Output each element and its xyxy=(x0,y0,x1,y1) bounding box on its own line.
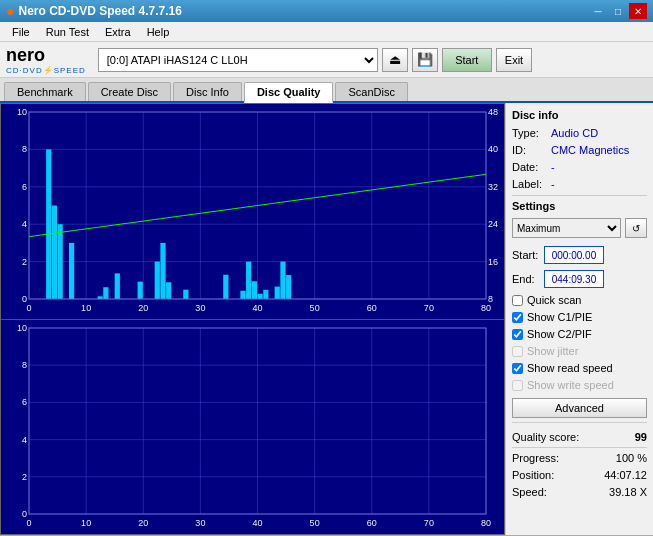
settings-title: Settings xyxy=(512,200,647,212)
end-time-input[interactable] xyxy=(544,270,604,288)
end-time-label: End: xyxy=(512,273,540,285)
show-read-speed-checkbox[interactable] xyxy=(512,363,523,374)
menu-bar: File Run Test Extra Help xyxy=(0,22,653,42)
quick-scan-label: Quick scan xyxy=(527,294,581,306)
logo: nero CD·DVD⚡SPEED xyxy=(6,45,86,75)
position-row: Position: 44:07.12 xyxy=(512,469,647,481)
advanced-button[interactable]: Advanced xyxy=(512,398,647,418)
show-jitter-row: Show jitter xyxy=(512,345,647,357)
close-button[interactable]: ✕ xyxy=(629,3,647,19)
show-c2-pif-label: Show C2/PIF xyxy=(527,328,592,340)
position-label: Position: xyxy=(512,469,554,481)
divider-1 xyxy=(512,195,647,196)
tab-disc-info[interactable]: Disc Info xyxy=(173,82,242,101)
disc-label-row: Label: - xyxy=(512,178,647,190)
eject-button[interactable]: ⏏ xyxy=(382,48,408,72)
exit-button[interactable]: Exit xyxy=(496,48,532,72)
quality-score-row: Quality score: 99 xyxy=(512,431,647,443)
progress-value: 100 % xyxy=(616,452,647,464)
title-bar: ● Nero CD-DVD Speed 4.7.7.16 ─ □ ✕ xyxy=(0,0,653,22)
tab-bar: Benchmark Create Disc Disc Info Disc Qua… xyxy=(0,78,653,103)
tab-benchmark[interactable]: Benchmark xyxy=(4,82,86,101)
start-time-row: Start: xyxy=(512,246,647,264)
menu-extra[interactable]: Extra xyxy=(97,24,139,40)
disc-date-label: Date: xyxy=(512,161,547,173)
disc-type-row: Type: Audio CD xyxy=(512,127,647,139)
show-jitter-checkbox[interactable] xyxy=(512,346,523,357)
disc-id-label: ID: xyxy=(512,144,547,156)
quick-scan-checkbox[interactable] xyxy=(512,295,523,306)
show-read-speed-label: Show read speed xyxy=(527,362,613,374)
show-c1-pie-row: Show C1/PIE xyxy=(512,311,647,323)
quality-score-label: Quality score: xyxy=(512,431,579,443)
main-content: Disc info Type: Audio CD ID: CMC Magneti… xyxy=(0,103,653,535)
quick-scan-row: Quick scan xyxy=(512,294,647,306)
start-button[interactable]: Start xyxy=(442,48,492,72)
toolbar: nero CD·DVD⚡SPEED [0:0] ATAPI iHAS124 C … xyxy=(0,42,653,78)
quality-score-value: 99 xyxy=(635,431,647,443)
show-jitter-label: Show jitter xyxy=(527,345,578,357)
disc-date-row: Date: - xyxy=(512,161,647,173)
chart-top xyxy=(1,104,504,320)
progress-row: Progress: 100 % xyxy=(512,452,647,464)
show-read-speed-row: Show read speed xyxy=(512,362,647,374)
drive-selector[interactable]: [0:0] ATAPI iHAS124 C LL0H xyxy=(98,48,378,72)
position-value: 44:07.12 xyxy=(604,469,647,481)
show-c2-pif-row: Show C2/PIF xyxy=(512,328,647,340)
show-write-speed-row: Show write speed xyxy=(512,379,647,391)
disc-id-row: ID: CMC Magnetics xyxy=(512,144,647,156)
maximize-button[interactable]: □ xyxy=(609,3,627,19)
speed-row-2: Speed: 39.18 X xyxy=(512,486,647,498)
start-time-input[interactable] xyxy=(544,246,604,264)
chart-area xyxy=(0,103,505,535)
speed-label: Speed: xyxy=(512,486,547,498)
show-write-speed-checkbox[interactable] xyxy=(512,380,523,391)
divider-3 xyxy=(512,447,647,448)
tab-scan-disc[interactable]: ScanDisc xyxy=(335,82,407,101)
chart-bottom xyxy=(1,320,504,535)
refresh-button[interactable]: ↺ xyxy=(625,218,647,238)
start-time-label: Start: xyxy=(512,249,540,261)
tab-disc-quality[interactable]: Disc Quality xyxy=(244,82,334,103)
show-write-speed-label: Show write speed xyxy=(527,379,614,391)
minimize-button[interactable]: ─ xyxy=(589,3,607,19)
logo-sub: CD·DVD⚡SPEED xyxy=(6,66,86,75)
logo-text: nero xyxy=(6,45,86,66)
show-c1-pie-label: Show C1/PIE xyxy=(527,311,592,323)
disc-id-value: CMC Magnetics xyxy=(551,144,629,156)
progress-label: Progress: xyxy=(512,452,559,464)
top-chart-canvas xyxy=(1,104,504,319)
disc-type-value: Audio CD xyxy=(551,127,598,139)
disc-date-value: - xyxy=(551,161,555,173)
save-button[interactable]: 💾 xyxy=(412,48,438,72)
bottom-chart-canvas xyxy=(1,320,504,535)
right-panel: Disc info Type: Audio CD ID: CMC Magneti… xyxy=(505,103,653,535)
menu-help[interactable]: Help xyxy=(139,24,178,40)
speed-select[interactable]: Maximum xyxy=(512,218,621,238)
disc-info-title: Disc info xyxy=(512,109,647,121)
menu-run-test[interactable]: Run Test xyxy=(38,24,97,40)
show-c1-pie-checkbox[interactable] xyxy=(512,312,523,323)
app-icon: ● xyxy=(6,3,14,19)
speed-row: Maximum ↺ xyxy=(512,218,647,238)
menu-file[interactable]: File xyxy=(4,24,38,40)
show-c2-pif-checkbox[interactable] xyxy=(512,329,523,340)
disc-label-value: - xyxy=(551,178,555,190)
divider-2 xyxy=(512,422,647,423)
disc-label-label: Label: xyxy=(512,178,547,190)
tab-create-disc[interactable]: Create Disc xyxy=(88,82,171,101)
window-title: Nero CD-DVD Speed 4.7.7.16 xyxy=(18,4,181,18)
speed-value: 39.18 X xyxy=(609,486,647,498)
disc-type-label: Type: xyxy=(512,127,547,139)
end-time-row: End: xyxy=(512,270,647,288)
